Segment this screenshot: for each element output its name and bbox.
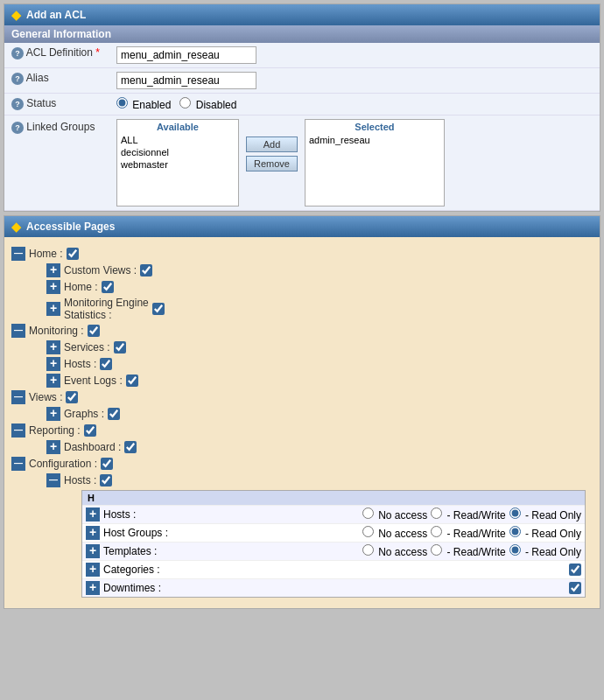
hosts-config-label: Hosts : <box>64 474 96 486</box>
configuration-checkbox[interactable] <box>101 458 113 470</box>
hosts-config-checkbox[interactable] <box>100 474 112 486</box>
status-disabled-label[interactable]: Disabled <box>179 99 236 111</box>
categories-row-label: Categories : <box>103 564 565 576</box>
hosts-row-label: Hosts : <box>103 508 359 521</box>
alias-input[interactable] <box>116 72 256 89</box>
categories-row: + Categories : <box>82 560 585 578</box>
services-item: + Services : <box>46 340 593 354</box>
hostgroups-readwrite-radio[interactable] <box>431 526 442 537</box>
status-enabled-radio[interactable] <box>116 97 128 108</box>
linked-groups-value-cell: Available ALL decisionnel webmaster Add … <box>109 116 600 211</box>
graphs-expand-icon[interactable]: + <box>46 407 60 421</box>
categories-checkbox[interactable] <box>569 564 581 576</box>
downtimes-checkbox[interactable] <box>569 582 581 594</box>
hosts-row-expand-icon[interactable]: + <box>86 508 100 522</box>
pages-content: — Home : + Custom Views : + Home : + Mon… <box>4 237 600 608</box>
hosts-monitoring-expand-icon[interactable]: + <box>46 357 60 371</box>
hosts-readwrite-radio[interactable] <box>431 508 442 519</box>
dashboard-expand-icon[interactable]: + <box>46 440 60 454</box>
custom-views-label: Custom Views : <box>64 264 137 276</box>
templates-noaccess-label[interactable]: No access <box>362 544 427 558</box>
section-header: General Information <box>4 25 600 43</box>
monitoring-collapse-icon[interactable]: — <box>11 324 25 338</box>
selected-header: Selected <box>307 122 442 132</box>
event-logs-item: + Event Logs : <box>46 374 593 388</box>
reporting-checkbox[interactable] <box>84 424 96 437</box>
add-button[interactable]: Add <box>246 136 298 152</box>
status-disabled-radio[interactable] <box>179 97 191 108</box>
available-header: Available <box>119 122 236 132</box>
templates-radio-group: No access - Read/Write - Read Only <box>362 544 581 558</box>
hosts-noaccess-label[interactable]: No access <box>362 508 427 522</box>
section-title: General Information <box>11 28 111 40</box>
monitoring-engine-checkbox[interactable] <box>152 303 165 315</box>
required-star: * <box>95 46 100 59</box>
graphs-checkbox[interactable] <box>108 408 120 420</box>
available-listbox[interactable]: Available ALL decisionnel webmaster <box>116 119 239 206</box>
templates-noaccess-radio[interactable] <box>362 544 374 556</box>
hostgroups-readonly-label[interactable]: - Read Only <box>509 526 581 540</box>
hostgroups-readonly-radio[interactable] <box>509 526 521 537</box>
views-collapse-icon[interactable]: — <box>11 390 25 404</box>
home-checkbox[interactable] <box>67 248 79 260</box>
home-label: Home : <box>29 248 63 260</box>
templates-row-expand-icon[interactable]: + <box>86 544 100 558</box>
hostgroups-radio-group: No access - Read/Write - Read Only <box>362 526 581 540</box>
list-item-decisionnel[interactable]: decisionnel <box>119 146 236 158</box>
templates-readwrite-radio[interactable] <box>431 544 442 556</box>
event-logs-expand-icon[interactable]: + <box>46 374 60 388</box>
hosts-row: + Hosts : No access - Read/Write - Read … <box>82 505 585 523</box>
hosts-readwrite-label[interactable]: - Read/Write <box>431 508 505 522</box>
configuration-collapse-icon[interactable]: — <box>11 457 25 471</box>
hosts-config-collapse-icon[interactable]: — <box>46 473 60 487</box>
services-checkbox[interactable] <box>114 341 126 354</box>
list-item-webmaster[interactable]: webmaster <box>119 158 236 171</box>
home-collapse-icon[interactable]: — <box>11 247 25 261</box>
dashboard-checkbox[interactable] <box>124 441 137 453</box>
templates-row-label: Templates : <box>103 545 359 557</box>
selected-list-container: Selected admin_reseau <box>305 119 445 206</box>
reporting-collapse-icon[interactable]: — <box>11 424 25 438</box>
templates-readonly-label[interactable]: - Read Only <box>509 544 581 558</box>
hostgroups-noaccess-radio[interactable] <box>362 526 374 537</box>
hostgroups-row-expand-icon[interactable]: + <box>86 526 100 540</box>
custom-views-expand-icon[interactable]: + <box>46 263 60 277</box>
hosts-monitoring-label: Hosts : <box>64 358 96 370</box>
custom-views-checkbox[interactable] <box>140 264 152 276</box>
acl-definition-input[interactable] <box>116 46 256 64</box>
help-icon-alias: ? <box>11 73 24 85</box>
monitoring-checkbox[interactable] <box>88 325 100 337</box>
status-enabled-label[interactable]: Enabled <box>116 99 174 111</box>
acl-definition-value-cell <box>109 43 600 68</box>
list-item-all[interactable]: ALL <box>119 134 236 146</box>
list-item-admin-reseau[interactable]: admin_reseau <box>307 134 442 146</box>
services-label: Services : <box>64 341 110 354</box>
monitoring-label: Monitoring : <box>29 325 84 337</box>
remove-button[interactable]: Remove <box>246 156 298 172</box>
downtimes-row-expand-icon[interactable]: + <box>86 581 100 595</box>
services-expand-icon[interactable]: + <box>46 340 60 354</box>
hosts-readonly-radio[interactable] <box>509 508 521 519</box>
help-icon-acl: ? <box>11 47 24 60</box>
hostgroups-readwrite-label[interactable]: - Read/Write <box>431 526 505 540</box>
accessible-pages-title: Accessible Pages <box>26 220 115 233</box>
templates-readwrite-label[interactable]: - Read/Write <box>431 544 505 558</box>
hostgroups-noaccess-label[interactable]: No access <box>362 526 427 540</box>
hosts-readonly-label[interactable]: - Read Only <box>509 508 581 522</box>
hosts-monitoring-checkbox[interactable] <box>100 358 112 370</box>
monitoring-engine-expand-icon[interactable]: + <box>46 302 60 316</box>
dashboard-item: + Dashboard : <box>46 440 593 454</box>
views-checkbox[interactable] <box>66 391 78 403</box>
home-item: — Home : <box>11 247 593 261</box>
home-sub-expand-icon[interactable]: + <box>46 280 60 294</box>
event-logs-label: Event Logs : <box>64 374 123 387</box>
selected-listbox[interactable]: Selected admin_reseau <box>305 119 445 206</box>
event-logs-checkbox[interactable] <box>126 374 138 387</box>
hosts-monitoring-item: + Hosts : <box>46 357 593 371</box>
status-row: ? Status Enabled Disabled <box>4 94 600 116</box>
hosts-noaccess-radio[interactable] <box>362 508 374 519</box>
home-sub-checkbox[interactable] <box>102 281 114 293</box>
templates-readonly-radio[interactable] <box>509 544 521 556</box>
categories-row-expand-icon[interactable]: + <box>86 563 100 577</box>
linked-groups-row: ? Linked Groups Available ALL decisionne… <box>4 116 600 211</box>
